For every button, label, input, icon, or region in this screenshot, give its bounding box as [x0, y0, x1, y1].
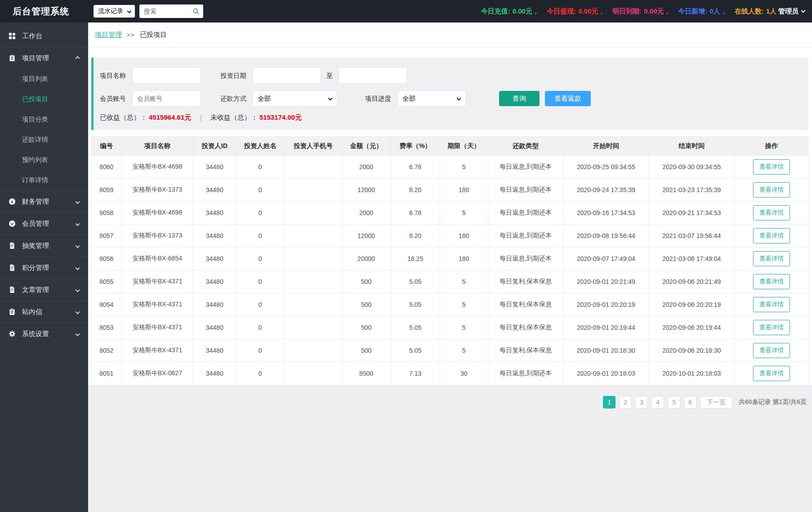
chevron-down-icon [76, 221, 80, 226]
table-cell-actions: 查看详情 [735, 316, 808, 339]
view-detail-button[interactable]: 查看详情 [753, 182, 790, 198]
table-cell: 安格斯牛BX-4371 [121, 339, 193, 362]
table-cell: 每日返息,到期还本 [488, 362, 563, 385]
column-header: 投资人姓名 [236, 137, 285, 156]
table-row: 8052安格斯牛BX-43713448005005.055每日复利,保本保息20… [92, 339, 808, 362]
svg-text:V: V [11, 221, 14, 226]
chevron-down-icon [127, 9, 132, 13]
sidebar-item-system-settings[interactable]: 系统设置 [0, 323, 88, 345]
progress-select[interactable]: 全部 [397, 90, 466, 107]
search-icon [192, 8, 200, 15]
breadcrumb-parent[interactable]: 项目管理 [95, 31, 122, 39]
sidebar-item-article-management[interactable]: 文章管理 [0, 279, 88, 301]
progress-label: 项目进度 [365, 94, 391, 103]
table-cell: 5 [440, 270, 488, 293]
page-button-1[interactable]: 1 [603, 396, 616, 409]
view-detail-button[interactable]: 查看详情 [753, 297, 790, 312]
table-cell [285, 179, 342, 202]
chevron-down-icon [76, 265, 80, 270]
projects-table: 编号项目名称投资人ID投资人姓名投资人手机号金额（元）费率（%）期限（天）还款类… [91, 136, 808, 385]
query-button[interactable]: 查询 [499, 91, 540, 106]
top-header: 后台管理系统 流水记录 今日充值:0.00元，今日提现:0.00元，明日到期:0… [0, 0, 812, 22]
clipboard-icon [9, 54, 16, 62]
table-cell-actions: 查看详情 [735, 202, 808, 225]
table-cell: 2020-10-01 20:18:03 [649, 362, 735, 385]
table-cell [285, 316, 342, 339]
main-content: 项目管理 >> 已投项目 项目名称 投资日期 至 [88, 22, 812, 512]
invest-date-start-input[interactable] [253, 67, 321, 84]
table-cell: 安格斯牛BX-4371 [121, 270, 193, 293]
header-stat-0: 今日充值:0.00元， [481, 7, 539, 16]
project-name-input[interactable] [132, 67, 201, 84]
chevron-down-icon [76, 287, 80, 292]
admin-menu[interactable]: 管理员 [778, 7, 805, 16]
table-cell: 每日复利,保本保息 [488, 293, 563, 316]
page-button-5[interactable]: 5 [668, 396, 680, 409]
view-detail-button[interactable]: 查看详情 [753, 320, 790, 335]
table-cell [285, 339, 342, 362]
view-detail-button[interactable]: 查看详情 [753, 343, 790, 358]
record-type-select[interactable]: 流水记录 [94, 5, 135, 18]
filter-panel: 项目名称 投资日期 至 会员账号 [91, 58, 808, 130]
table-cell: 0 [236, 339, 285, 362]
pagination-bar: 123456下一页 共60条记录 第1页/共6页 [88, 396, 807, 409]
sidebar-subitem-order-details[interactable]: 订单详情 [0, 170, 88, 190]
member-account-input[interactable] [132, 90, 201, 107]
sidebar-item-finance-management[interactable]: ¥财务管理 [0, 191, 88, 212]
sidebar-item-label: 文章管理 [22, 286, 49, 294]
sidebar-subitem-project-category[interactable]: 项目分类 [0, 109, 88, 130]
table-cell: 安格斯牛BX-4698 [121, 156, 193, 179]
page-button-2[interactable]: 2 [619, 396, 632, 409]
view-refund-button[interactable]: 查看返款 [545, 91, 591, 106]
view-detail-button[interactable]: 查看详情 [753, 159, 790, 175]
sidebar-item-member-management[interactable]: V会员管理 [0, 213, 88, 234]
repay-method-select[interactable]: 全部 [253, 90, 337, 107]
table-cell: 2021-03-07 19:56:44 [649, 225, 735, 247]
header-stats: 今日充值:0.00元，今日提现:0.00元，明日到期:0.00元，今日新增:0人… [481, 7, 776, 16]
sidebar-item-workbench[interactable]: 工作台 [0, 25, 88, 47]
table-cell: 7.13 [391, 362, 440, 385]
next-page-button[interactable]: 下一页 [700, 396, 732, 409]
table-cell: 0 [236, 247, 285, 270]
view-detail-button[interactable]: 查看详情 [753, 205, 790, 220]
table-cell: 0 [236, 362, 285, 385]
invest-date-end-input[interactable] [339, 67, 407, 84]
table-cell: 5.05 [391, 339, 440, 362]
document-icon [9, 242, 16, 250]
sidebar-item-project-management[interactable]: 项目管理 [0, 47, 88, 69]
table-cell: 2020-09-21 17:34:53 [649, 202, 735, 225]
table-cell: 180 [440, 247, 488, 270]
table-cell: 每日返息,到期还本 [488, 202, 563, 225]
page-button-3[interactable]: 3 [635, 396, 648, 409]
view-detail-button[interactable]: 查看详情 [753, 274, 790, 289]
sidebar-item-label: 项目管理 [22, 54, 49, 63]
table-cell [285, 156, 342, 179]
table-cell: 34480 [193, 362, 236, 385]
table-cell [285, 225, 342, 247]
table-cell [285, 202, 342, 225]
sidebar-item-lottery-management[interactable]: 抽奖管理 [0, 235, 88, 256]
table-cell: 34480 [193, 270, 236, 293]
sidebar-item-points-management[interactable]: 积分管理 [0, 257, 88, 278]
table-cell: 0 [236, 270, 285, 293]
table-cell-actions: 查看详情 [735, 270, 808, 293]
sidebar-subitem-project-list[interactable]: 项目列表 [0, 69, 88, 89]
unearned-total-value: 5153174.00元 [259, 113, 302, 122]
view-detail-button[interactable]: 查看详情 [753, 251, 790, 266]
table-cell: 180 [440, 225, 488, 247]
breadcrumb: 项目管理 >> 已投项目 [88, 22, 812, 48]
table-cell: 5 [440, 293, 488, 316]
yen-circle-icon: ¥ [9, 198, 16, 206]
page-button-4[interactable]: 4 [651, 396, 664, 409]
table-cell: 安格斯牛BX-1373 [121, 225, 193, 247]
table-cell: 2000 [342, 202, 391, 225]
column-header: 金额（元） [342, 137, 391, 156]
view-detail-button[interactable]: 查看详情 [753, 366, 790, 381]
sidebar-subitem-invested-projects[interactable]: 已投项目 [0, 89, 88, 109]
page-button-6[interactable]: 6 [684, 396, 696, 409]
sidebar-subitem-repayment-details[interactable]: 还款详情 [0, 130, 88, 150]
view-detail-button[interactable]: 查看详情 [753, 228, 790, 243]
sidebar-item-site-mail[interactable]: 站内信 [0, 301, 88, 323]
earned-total-value: 4515964.61元 [149, 113, 191, 122]
sidebar-subitem-reservation-list[interactable]: 预约列表 [0, 150, 88, 170]
